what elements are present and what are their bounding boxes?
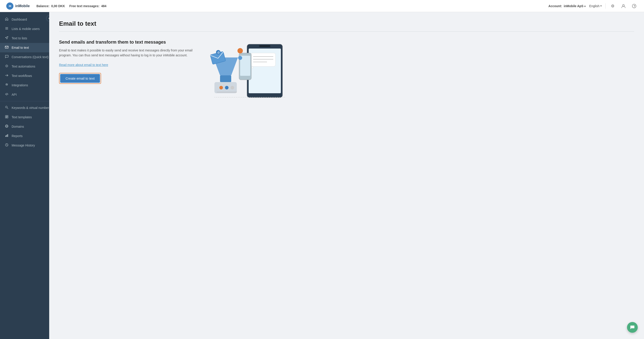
svg-point-40 [238, 56, 242, 60]
svg-rect-11 [7, 116, 8, 117]
automation-icon [4, 64, 9, 69]
content-description: Email to text makes it possible to easil… [59, 48, 193, 58]
workflow-icon [4, 74, 9, 78]
sidebar-item-dashboard-label: Dashboard [12, 18, 27, 21]
topbar-divider [605, 3, 606, 9]
page-title: Email to text [59, 20, 634, 27]
sidebar-item-text-workflows[interactable]: Text workflows [0, 71, 49, 80]
account-chevron-icon[interactable]: ▾ [584, 5, 586, 8]
lists-icon [4, 26, 9, 31]
svg-rect-23 [251, 53, 276, 66]
sidebar-item-domains-label: Domains [12, 125, 24, 128]
svg-rect-17 [6, 135, 7, 137]
svg-rect-10 [5, 116, 7, 117]
main-content: Email to text Send emails and transform … [49, 12, 644, 339]
account-name: inMobile ApS [564, 4, 584, 8]
sidebar-nav: Dashboard Lists & mobile users Text to l… [0, 12, 49, 339]
sidebar-item-text-to-lists[interactable]: Text to lists [0, 34, 49, 43]
sidebar-item-text-automations[interactable]: Text automations [0, 62, 49, 71]
sidebar-divider [0, 101, 49, 101]
free-messages-label: Free text messages: [69, 4, 100, 8]
sidebar-item-domains[interactable]: Domains [0, 122, 49, 131]
svg-text:?: ? [634, 5, 635, 8]
balance-label: Balance: [36, 4, 50, 8]
sidebar-item-email-to-text[interactable]: Email to text [0, 43, 49, 52]
chat-icon [4, 55, 9, 59]
history-icon [4, 143, 9, 148]
content-card: Send emails and transform them to text m… [59, 40, 634, 102]
keywords-icon [4, 106, 9, 110]
page-divider [59, 31, 634, 32]
settings-icon[interactable]: ⚙ [609, 2, 616, 10]
account-label: Account: [548, 4, 562, 8]
svg-point-32 [219, 86, 223, 90]
svg-text:iM: iM [9, 5, 11, 8]
language-label: English [589, 4, 600, 8]
chat-fab-button[interactable] [627, 322, 638, 333]
email-to-text-illustration: @ [202, 40, 287, 102]
create-button-wrapper: Create email to text [59, 73, 101, 84]
topbar: iM inMobile Balance: 0,00 DKK Free text … [0, 0, 644, 12]
email-icon [4, 46, 9, 50]
language-selector[interactable]: English ▾ [589, 4, 602, 8]
svg-rect-7 [5, 29, 8, 30]
logo: iM inMobile [6, 2, 30, 10]
svg-rect-16 [5, 136, 6, 137]
svg-point-34 [230, 86, 234, 90]
logo-icon: iM [6, 2, 14, 10]
help-icon[interactable]: ? [630, 2, 638, 10]
svg-rect-5 [5, 27, 8, 28]
sidebar-item-email-to-text-label: Email to text [12, 46, 29, 50]
svg-rect-12 [5, 117, 6, 118]
sidebar-item-integrations[interactable]: Integrations [0, 80, 49, 90]
content-left: Send emails and transform them to text m… [59, 40, 193, 84]
send-icon [4, 36, 9, 40]
language-chevron-icon: ▾ [600, 4, 602, 8]
sidebar-item-integrations-label: Integrations [12, 84, 28, 87]
svg-point-2 [622, 4, 624, 6]
sidebar: Dashboard Lists & mobile users Text to l… [0, 12, 49, 339]
sidebar-item-reports-label: Reports [12, 134, 22, 138]
sidebar-item-dashboard[interactable]: Dashboard [0, 15, 49, 24]
svg-point-39 [238, 48, 243, 54]
sidebar-item-text-workflows-label: Text workflows [12, 74, 32, 78]
balance-value: 0,00 DKK [51, 4, 65, 8]
sidebar-item-keywords[interactable]: Keywords & virtual numbers [0, 103, 49, 112]
svg-rect-6 [5, 28, 8, 28]
logo-text: inMobile [15, 4, 30, 8]
svg-rect-22 [259, 45, 270, 47]
svg-rect-30 [220, 75, 231, 82]
sidebar-item-conversations[interactable]: Conversations (Quick text) [0, 52, 49, 62]
integrations-icon [4, 83, 9, 88]
sidebar-item-reports[interactable]: Reports [0, 131, 49, 141]
user-profile-icon[interactable] [620, 2, 627, 10]
account-info: Account: inMobile ApS ▾ [548, 4, 586, 8]
sidebar-item-text-automations-label: Text automations [12, 64, 35, 68]
sidebar-item-keywords-label: Keywords & virtual numbers [12, 106, 49, 110]
svg-point-9 [6, 106, 8, 108]
domains-icon [4, 124, 9, 129]
sidebar-item-message-history-label: Message History [12, 144, 35, 147]
templates-icon [4, 115, 9, 120]
topbar-right: Account: inMobile ApS ▾ English ▾ ⚙ ? [548, 2, 638, 10]
topbar-balance-info: Balance: 0,00 DKK Free text messages: 48… [36, 4, 548, 8]
sidebar-item-lists-label: Lists & mobile users [12, 27, 40, 31]
sidebar-item-text-templates[interactable]: Text templates [0, 112, 49, 122]
svg-rect-13 [7, 117, 8, 118]
api-icon [4, 92, 9, 97]
content-heading: Send emails and transform them to text m… [59, 40, 193, 45]
svg-rect-8 [5, 46, 8, 48]
svg-rect-18 [8, 134, 8, 137]
svg-point-33 [225, 86, 228, 90]
sidebar-item-api-label: API [12, 93, 17, 96]
read-more-link[interactable]: Read more about email to text here [59, 63, 108, 67]
reports-icon [4, 134, 9, 138]
sidebar-item-api[interactable]: API [0, 90, 49, 99]
sidebar-item-text-templates-label: Text templates [12, 116, 32, 119]
layout: Dashboard Lists & mobile users Text to l… [0, 12, 644, 339]
free-messages-value: 484 [101, 4, 106, 8]
sidebar-item-lists[interactable]: Lists & mobile users [0, 24, 49, 34]
sidebar-item-text-to-lists-label: Text to lists [12, 36, 27, 40]
create-email-to-text-button[interactable]: Create email to text [60, 74, 100, 83]
sidebar-item-message-history[interactable]: Message History [0, 141, 49, 150]
